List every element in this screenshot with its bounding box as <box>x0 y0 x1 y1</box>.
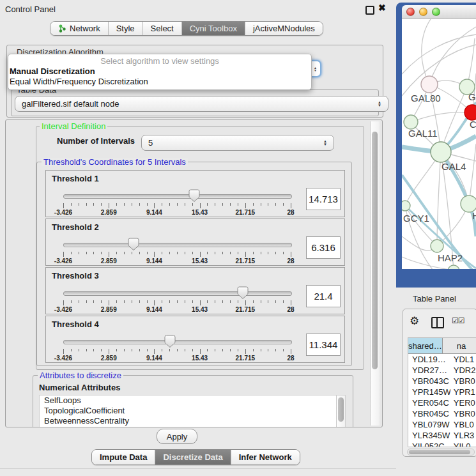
network-graph: GAL80GACGAL11GAL4HGCY1HAP2 <box>402 19 476 269</box>
close-traffic-icon[interactable] <box>406 8 415 16</box>
attribute-list-item[interactable]: TopologicalCoefficient <box>40 406 345 416</box>
tab-jactivemnodules[interactable]: jActiveMNodules <box>245 22 323 35</box>
tab-impute-data[interactable]: Impute Data <box>92 450 155 464</box>
num-intervals-label: Number of Intervals <box>57 136 135 146</box>
table-row[interactable]: YLR345WYLR3 <box>408 430 476 441</box>
scrollbar-thumb[interactable] <box>409 450 470 454</box>
threshold-value-field[interactable]: 11.344 <box>306 334 341 356</box>
apply-button[interactable]: Apply <box>157 429 197 444</box>
table-row[interactable]: YDL19…YDL1 <box>408 354 476 365</box>
cell-shared-name[interactable]: YBL079W <box>408 419 451 430</box>
table-row[interactable]: YBR045CYBR0 <box>408 408 476 419</box>
network-node[interactable] <box>421 76 438 93</box>
slider-track[interactable] <box>63 291 292 296</box>
table-row[interactable]: YDR27…YDR2 <box>408 365 476 376</box>
network-node-label: H <box>472 210 476 221</box>
network-node[interactable] <box>464 105 476 120</box>
attribute-list-item[interactable]: BetweennessCentrality <box>40 416 345 426</box>
slider-ticklabels: -3.4262.8599.14415.4321.71528 <box>63 355 291 362</box>
network-node-label: C <box>470 119 476 130</box>
network-node-label: GAL4 <box>441 161 466 172</box>
column-header-shared[interactable]: shared… <box>408 338 443 353</box>
zoom-traffic-icon[interactable] <box>432 8 440 16</box>
slider-track[interactable] <box>63 243 292 247</box>
slider-ticks <box>63 300 291 306</box>
cell-shared-name[interactable]: YBR043C <box>408 376 451 387</box>
interval-definition-label: Interval Definition <box>40 122 107 130</box>
numerical-attributes-list[interactable]: SelfLoopsTopologicalCoefficientBetweenne… <box>39 395 346 427</box>
settings-scrollbar[interactable] <box>370 121 380 426</box>
cell-shared-name[interactable]: YBR045C <box>408 408 451 419</box>
column-header-name[interactable]: na <box>443 338 476 353</box>
checkboxes-icon[interactable]: ☑☑ <box>452 316 464 325</box>
algorithm-combobox[interactable]: ▲▼ <box>311 60 321 77</box>
cell-shared-name[interactable]: YPR145W <box>408 387 451 397</box>
network-node[interactable] <box>431 240 443 252</box>
table-row[interactable]: YBR043CYBR0 <box>408 376 476 387</box>
cell-name[interactable]: YLR3 <box>451 430 476 441</box>
dropdown-option-manual[interactable]: Manual Discretization <box>8 66 311 77</box>
tab-cyni-toolbox[interactable]: Cyni Toolbox <box>182 22 245 35</box>
cell-name[interactable]: YBR0 <box>451 408 476 419</box>
close-panel-icon[interactable]: ✖ <box>378 3 386 13</box>
scrollbar-thumb[interactable] <box>338 397 344 422</box>
slider-knob[interactable] <box>164 335 176 348</box>
cell-name[interactable]: YIL0 <box>451 441 476 447</box>
slider-knob[interactable] <box>128 238 139 251</box>
slider-ticks <box>63 349 291 355</box>
app-root: Control Panel ✖ Network Style Select Cyn… <box>0 0 476 476</box>
network-icon <box>58 24 66 33</box>
slider-knob[interactable] <box>188 189 200 203</box>
network-window-titlebar[interactable] <box>402 5 476 19</box>
threshold-value-field[interactable]: 21.4 <box>306 285 341 307</box>
cell-shared-name[interactable]: YIL052C <box>408 441 451 447</box>
table-row[interactable]: YER054CYER0 <box>408 397 476 408</box>
network-view-window[interactable]: GAL80GACGAL11GAL4HGCY1HAP2 <box>396 3 476 288</box>
table-data-combobox[interactable]: galFiltered.sif default node ▲▼ <box>15 96 388 112</box>
cell-shared-name[interactable]: YDL19… <box>408 354 451 365</box>
cell-name[interactable]: YBR0 <box>451 376 476 387</box>
slider-track[interactable] <box>63 194 292 199</box>
tab-infer-network[interactable]: Infer Network <box>231 450 300 464</box>
tab-select[interactable]: Select <box>143 22 182 35</box>
tab-network[interactable]: Network <box>50 22 109 35</box>
network-node[interactable] <box>448 265 459 269</box>
table-row[interactable]: YIL052CYIL0 <box>408 441 476 447</box>
threshold-value-field[interactable]: 6.316 <box>306 236 341 259</box>
cell-shared-name[interactable]: YDR27… <box>408 365 451 376</box>
stepper-icon: ▲▼ <box>378 101 381 107</box>
slider-track[interactable] <box>63 340 292 344</box>
tab-style[interactable]: Style <box>109 22 143 35</box>
cyni-mode-tabs: Impute Data Discretize Data Infer Networ… <box>91 449 300 465</box>
table-header[interactable]: shared… na <box>408 338 476 354</box>
network-canvas[interactable]: GAL80GACGAL11GAL4HGCY1HAP2 <box>402 19 476 269</box>
slider-knob[interactable] <box>237 286 249 300</box>
minimize-traffic-icon[interactable] <box>419 8 427 16</box>
dropdown-option-equal-width[interactable]: Equal Width/Frequency Discretization <box>8 77 311 87</box>
cell-name[interactable]: YPR1 <box>451 387 476 397</box>
table-hscrollbar[interactable] <box>407 449 475 456</box>
cell-name[interactable]: YDL1 <box>451 354 476 365</box>
cell-shared-name[interactable]: YER054C <box>408 397 451 408</box>
cell-name[interactable]: YDR2 <box>451 365 476 376</box>
network-node[interactable] <box>402 201 410 211</box>
tab-discretize-data[interactable]: Discretize Data <box>155 450 231 464</box>
network-node[interactable] <box>431 142 451 162</box>
table-row[interactable]: YPR145WYPR1 <box>408 387 476 397</box>
cell-name[interactable]: YER0 <box>451 397 476 408</box>
node-table[interactable]: shared… na YDL19…YDL1YDR27…YDR2YBR043CYB… <box>408 337 476 447</box>
threshold-value-field[interactable]: 14.713 <box>306 188 341 210</box>
network-node-label: GCY1 <box>403 213 429 224</box>
attribute-list-item[interactable]: SelfLoops <box>40 395 345 406</box>
table-row[interactable]: YBL079WYBL0 <box>408 419 476 430</box>
num-intervals-combobox[interactable]: 5 ▲▼ <box>141 135 334 151</box>
cell-shared-name[interactable]: YLR345W <box>408 430 451 441</box>
columns-icon[interactable] <box>431 317 444 328</box>
float-panel-icon[interactable] <box>365 6 374 15</box>
scrollbar-thumb[interactable] <box>372 132 378 369</box>
network-node[interactable] <box>404 115 418 129</box>
control-panel-title: Control Panel <box>5 4 56 14</box>
cell-name[interactable]: YBL0 <box>451 419 476 430</box>
attributes-list-scrollbar[interactable] <box>336 395 345 427</box>
gear-icon[interactable]: ⚙ <box>410 314 419 328</box>
